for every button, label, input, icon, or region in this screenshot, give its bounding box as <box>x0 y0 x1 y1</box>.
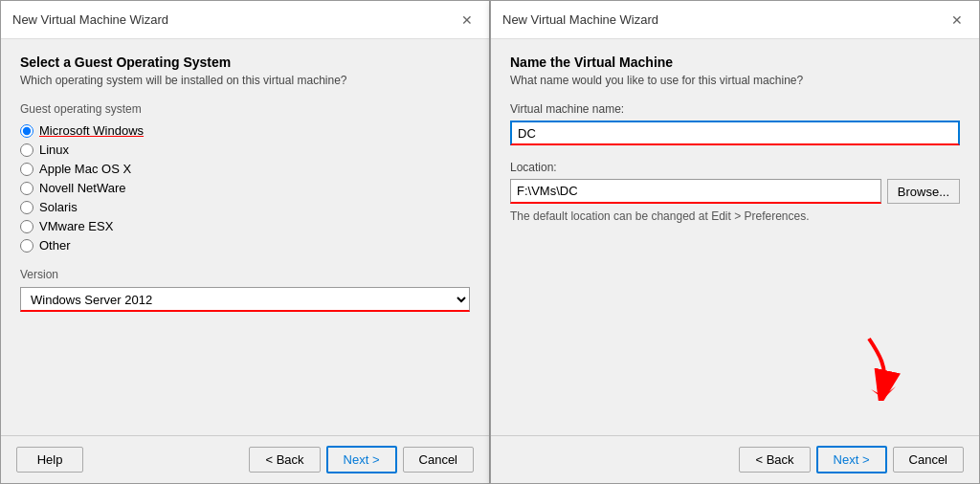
location-row: Browse... <box>510 179 960 204</box>
os-group-label: Guest operating system <box>20 102 470 116</box>
right-title: New Virtual Machine Wizard <box>502 12 658 27</box>
left-dialog: New Virtual Machine Wizard ✕ Select a Gu… <box>0 0 490 484</box>
left-next-button[interactable]: Next > <box>326 446 397 473</box>
right-footer: < Back Next > Cancel <box>491 435 979 483</box>
radio-vmware-esx[interactable]: VMware ESX <box>20 219 470 233</box>
right-dialog: New Virtual Machine Wizard ✕ Name the Vi… <box>490 0 980 484</box>
left-footer: Help < Back Next > Cancel <box>1 435 489 483</box>
vm-name-input[interactable] <box>510 121 960 145</box>
radio-linux[interactable]: Linux <box>20 143 470 157</box>
right-section-title: Name the Virtual Machine <box>510 55 960 70</box>
radio-linux-label: Linux <box>39 143 69 157</box>
radio-netware[interactable]: Novell NetWare <box>20 181 470 195</box>
radio-vmware-esx-input[interactable] <box>20 220 33 233</box>
location-label: Location: <box>510 161 960 174</box>
version-label: Version <box>20 268 470 281</box>
radio-vmware-esx-label: VMware ESX <box>39 219 113 233</box>
location-group: Location: Browse... The default location… <box>510 161 960 223</box>
left-content: Select a Guest Operating System Which op… <box>1 39 489 435</box>
vm-name-label: Virtual machine name: <box>510 102 960 116</box>
radio-solaris-label: Solaris <box>39 200 78 214</box>
left-back-button[interactable]: < Back <box>249 447 320 473</box>
radio-other-input[interactable] <box>20 239 33 253</box>
radio-windows[interactable]: Microsoft Windows <box>20 123 470 138</box>
left-section-title: Select a Guest Operating System <box>20 55 470 70</box>
radio-mac-input[interactable] <box>20 163 33 176</box>
right-next-button[interactable]: Next > <box>816 446 887 473</box>
radio-mac-label: Apple Mac OS X <box>39 162 131 176</box>
browse-button[interactable]: Browse... <box>887 179 960 204</box>
radio-netware-label: Novell NetWare <box>39 181 126 195</box>
radio-mac[interactable]: Apple Mac OS X <box>20 162 470 176</box>
radio-other[interactable]: Other <box>20 238 470 253</box>
arrow-area <box>510 238 960 410</box>
left-title: New Virtual Machine Wizard <box>12 12 168 27</box>
radio-windows-label: Microsoft Windows <box>39 123 144 138</box>
right-titlebar: New Virtual Machine Wizard ✕ <box>491 1 979 39</box>
right-content: Name the Virtual Machine What name would… <box>491 39 979 435</box>
right-back-button[interactable]: < Back <box>739 447 810 473</box>
version-section: Version Windows Server 2012 Windows Serv… <box>20 268 470 312</box>
red-arrow-icon <box>850 334 902 401</box>
left-cancel-button[interactable]: Cancel <box>403 447 474 473</box>
left-close-button[interactable]: ✕ <box>457 10 478 31</box>
right-section-subtitle: What name would you like to use for this… <box>510 74 960 87</box>
os-radio-group: Microsoft Windows Linux Apple Mac OS X N… <box>20 123 470 253</box>
version-select[interactable]: Windows Server 2012 Windows Server 2016 … <box>20 287 470 312</box>
radio-netware-input[interactable] <box>20 182 33 195</box>
vm-name-group: Virtual machine name: <box>510 102 960 145</box>
left-titlebar: New Virtual Machine Wizard ✕ <box>1 1 489 39</box>
radio-linux-input[interactable] <box>20 143 33 157</box>
left-section-subtitle: Which operating system will be installed… <box>20 74 470 87</box>
location-hint: The default location can be changed at E… <box>510 209 960 223</box>
radio-solaris-input[interactable] <box>20 201 33 214</box>
right-close-button[interactable]: ✕ <box>947 10 968 31</box>
radio-other-label: Other <box>39 238 71 253</box>
radio-windows-input[interactable] <box>20 124 33 138</box>
right-cancel-button[interactable]: Cancel <box>893 447 964 473</box>
location-input[interactable] <box>510 179 881 204</box>
radio-solaris[interactable]: Solaris <box>20 200 470 214</box>
left-help-button[interactable]: Help <box>16 447 83 473</box>
